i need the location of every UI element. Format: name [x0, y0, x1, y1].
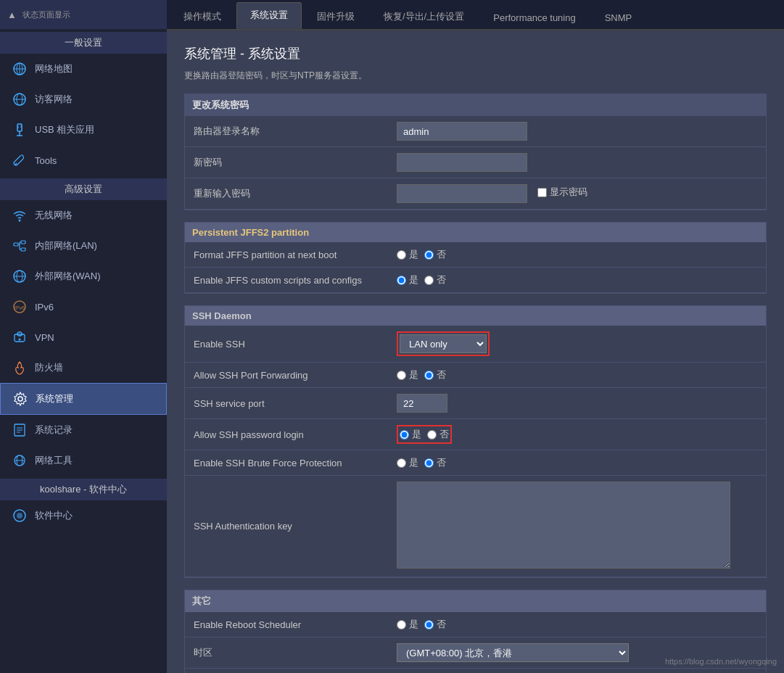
ssh-pwd-login-yes[interactable]	[400, 430, 409, 439]
field-value: 显示密码	[388, 178, 766, 210]
tab-bar: 操作模式 系统设置 固件升级 恢复/导出/上传设置 Performance tu…	[167, 0, 784, 30]
tab-restore[interactable]: 恢复/导出/上传设置	[370, 4, 478, 29]
sidebar-item-usb[interactable]: USB 相关应用	[0, 115, 167, 145]
tab-sysset[interactable]: 系统设置	[236, 2, 302, 29]
field-label: Enable Reboot Scheduler	[185, 612, 388, 637]
field-value: 是 否	[388, 242, 766, 268]
wan-icon	[12, 268, 28, 284]
svg-point-29	[18, 397, 22, 401]
sidebar-label: 访客网络	[35, 93, 73, 106]
svg-rect-15	[21, 241, 25, 244]
sidebar-label: 网络工具	[35, 454, 73, 467]
svg-line-12	[15, 163, 17, 165]
field-label: Enable SSH Brute Force Protection	[185, 450, 388, 476]
change-password-table: 路由器登录名称 新密码 重新输入密码	[185, 116, 766, 210]
format-jffs-yes[interactable]	[397, 250, 406, 260]
ssh-auth-key-textarea[interactable]	[397, 482, 730, 569]
sidebar-item-wan[interactable]: 外部网络(WAN)	[0, 261, 167, 292]
field-value	[388, 669, 766, 674]
table-row: Enable SSH Brute Force Protection 是 否	[185, 450, 766, 476]
confirm-password-input[interactable]	[397, 184, 527, 203]
field-label: 路由器登录名称	[185, 116, 388, 147]
table-row: Format JFFS partition at next boot 是 否	[185, 242, 766, 268]
field-label: NTP服务器	[185, 669, 388, 674]
radio-label-no[interactable]: 否	[424, 368, 446, 381]
ssh-port-fwd-yes[interactable]	[397, 371, 406, 380]
ssh-brute-no[interactable]	[424, 458, 434, 468]
sidebar-item-softcenter[interactable]: 软件中心	[0, 500, 167, 531]
sidebar-label: 外部网络(WAN)	[35, 270, 101, 283]
new-password-input[interactable]	[397, 153, 527, 172]
ssh-brute-yes[interactable]	[397, 458, 406, 468]
field-label: Enable SSH	[185, 326, 388, 363]
radio-label-yes[interactable]: 是	[397, 368, 418, 381]
sidebar-item-sysmanage[interactable]: 系统管理	[0, 383, 167, 415]
wireless-icon	[12, 207, 28, 223]
change-password-section: 更改系统密码 路由器登录名称 新密码 重新输入密码	[184, 94, 767, 210]
enable-jffs-no[interactable]	[424, 276, 434, 285]
radio-label-no[interactable]: 否	[424, 456, 446, 469]
enable-jffs-radio: 是 否	[397, 273, 757, 286]
field-label: 新密码	[185, 147, 388, 178]
page-desc: 更换路由器登陆密码，时区与NTP服务器设置。	[184, 70, 767, 82]
sidebar-item-vpn[interactable]: VPN	[0, 322, 167, 352]
sidebar-item-wireless[interactable]: 无线网络	[0, 200, 167, 231]
field-label: Format JFFS partition at next boot	[185, 242, 388, 268]
show-password-checkbox[interactable]	[537, 188, 547, 197]
format-jffs-no[interactable]	[424, 250, 434, 260]
globe-icon	[12, 61, 28, 77]
ssh-port-input[interactable]	[397, 394, 447, 413]
ssh-brute-radio: 是 否	[397, 456, 757, 469]
sidebar-label: 系统管理	[36, 392, 73, 405]
radio-label-yes[interactable]: 是	[397, 456, 418, 469]
reboot-sched-yes[interactable]	[397, 620, 406, 629]
field-label: 重新输入密码	[185, 178, 388, 210]
sidebar-top-text: 状态页面显示	[22, 9, 70, 20]
ssh-pwd-login-no[interactable]	[427, 430, 437, 439]
timezone-select[interactable]: (GMT+08:00) 北京，香港 (GMT+00:00) UTC (GMT+0…	[397, 643, 629, 662]
reboot-sched-no[interactable]	[424, 620, 434, 629]
sidebar-item-firewall[interactable]: 防火墙	[0, 352, 167, 383]
sidebar-label: 内部网络(LAN)	[35, 239, 97, 252]
sidebar-item-syslog[interactable]: 系统记录	[0, 415, 167, 445]
radio-label-no[interactable]: 否	[424, 248, 446, 261]
globe2-icon	[12, 91, 28, 107]
sidebar-item-ipv6[interactable]: IPv6 IPv6	[0, 292, 167, 322]
sidebar-item-nettools[interactable]: 网络工具	[0, 445, 167, 476]
radio-label-yes[interactable]: 是	[397, 273, 418, 286]
field-label: SSH Authentication key	[185, 476, 388, 577]
circle-icon	[12, 508, 28, 524]
table-row: Allow SSH password login 是 否	[185, 419, 766, 450]
router-login-input[interactable]	[397, 122, 527, 141]
field-label: SSH service port	[185, 388, 388, 419]
other-header: 其它	[185, 590, 766, 612]
ssh-header: SSH Daemon	[185, 306, 766, 326]
sidebar-item-wangluoditu[interactable]: 网络地图	[0, 54, 167, 84]
radio-label-yes[interactable]: 是	[400, 428, 421, 441]
tab-perf[interactable]: Performance tuning	[479, 6, 589, 29]
enable-ssh-select[interactable]: LAN only WAN only Both Disabled	[400, 334, 487, 353]
tab-firmware[interactable]: 固件升级	[303, 4, 368, 29]
sidebar-item-lan[interactable]: 内部网络(LAN)	[0, 231, 167, 261]
sidebar-item-fangkewangluo[interactable]: 访客网络	[0, 84, 167, 115]
sidebar-label: VPN	[35, 332, 54, 343]
lan-icon	[12, 238, 28, 254]
radio-label-no[interactable]: 否	[424, 273, 446, 286]
format-jffs-radio: 是 否	[397, 248, 757, 261]
radio-label-no[interactable]: 否	[424, 618, 446, 631]
ssh-port-fwd-no[interactable]	[424, 371, 434, 380]
radio-label-no[interactable]: 否	[427, 428, 449, 441]
table-row: 新密码	[185, 147, 766, 178]
field-label: Allow SSH password login	[185, 419, 388, 450]
svg-text:IPv6: IPv6	[15, 305, 25, 310]
radio-label-yes[interactable]: 是	[397, 248, 418, 261]
tab-mode[interactable]: 操作模式	[170, 4, 235, 29]
field-value: 是 否	[388, 612, 766, 637]
enable-jffs-yes[interactable]	[397, 276, 406, 285]
log-icon	[12, 422, 28, 438]
radio-label-yes[interactable]: 是	[397, 618, 418, 631]
gear-icon	[12, 391, 28, 407]
tab-snmp[interactable]: SNMP	[591, 6, 646, 29]
section-title-advanced: 高级设置	[0, 178, 167, 200]
sidebar-item-tools[interactable]: Tools	[0, 145, 167, 176]
